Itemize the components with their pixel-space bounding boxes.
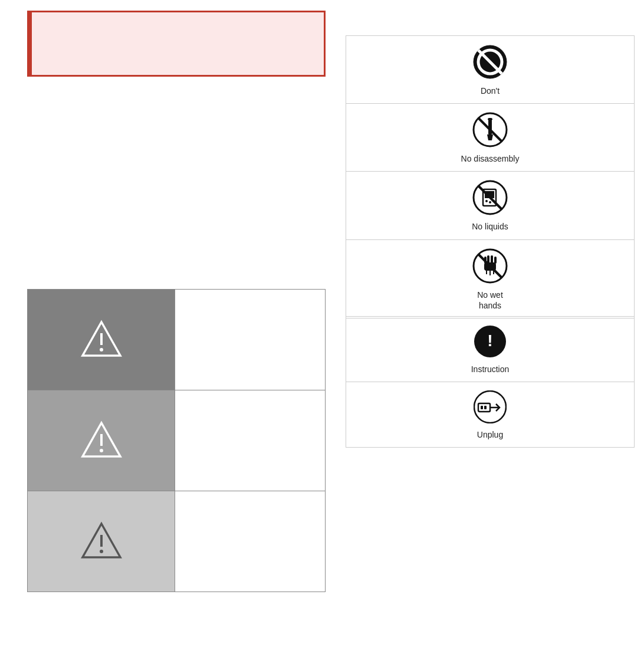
no-wet-hands-label: No wethands (477, 290, 503, 311)
svg-point-12 (489, 201, 491, 203)
svg-text:!: ! (487, 331, 492, 350)
svg-marker-5 (487, 134, 493, 140)
no-wet-hands-item: No wethands (346, 240, 634, 318)
dont-panel: Don't No disassembly (346, 35, 635, 318)
svg-rect-30 (484, 406, 487, 409)
no-wet-hands-icon (472, 248, 508, 286)
warning-box (27, 11, 326, 77)
no-liquids-icon (472, 180, 508, 218)
warning-cell-dark (28, 290, 175, 390)
no-liquids-item: No liquids (346, 172, 634, 239)
warning-cell-light (28, 491, 175, 592)
no-liquids-label: No liquids (472, 221, 508, 232)
unplug-label: Unplug (477, 429, 503, 440)
svg-rect-20 (494, 257, 497, 264)
svg-rect-19 (491, 255, 493, 264)
dont-icon (472, 44, 508, 82)
table-cell-content-1 (175, 290, 325, 390)
table-row (28, 290, 325, 390)
no-disassembly-item: No disassembly (346, 104, 634, 172)
dont-label: Don't (481, 86, 500, 96)
warning-table (27, 289, 326, 592)
instruction-panel: ! Instruction Unplug (346, 316, 635, 448)
dont-item: Don't (346, 36, 634, 104)
svg-point-11 (485, 200, 488, 202)
table-row (28, 491, 325, 592)
unplug-item: Unplug (346, 382, 634, 447)
table-cell-content-2 (175, 390, 325, 491)
table-cell-content-3 (175, 491, 325, 592)
svg-point-37 (100, 449, 103, 452)
table-row (28, 390, 325, 491)
warning-cell-medium (28, 390, 175, 491)
no-disassembly-label: No disassembly (461, 153, 520, 164)
instruction-label: Instruction (471, 364, 510, 374)
svg-point-40 (100, 550, 103, 553)
no-disassembly-icon (472, 112, 508, 150)
instruction-icon: ! (474, 325, 507, 360)
instruction-item: ! Instruction (346, 317, 634, 382)
unplug-icon (474, 390, 507, 426)
svg-rect-29 (481, 406, 483, 409)
svg-point-34 (100, 348, 103, 351)
